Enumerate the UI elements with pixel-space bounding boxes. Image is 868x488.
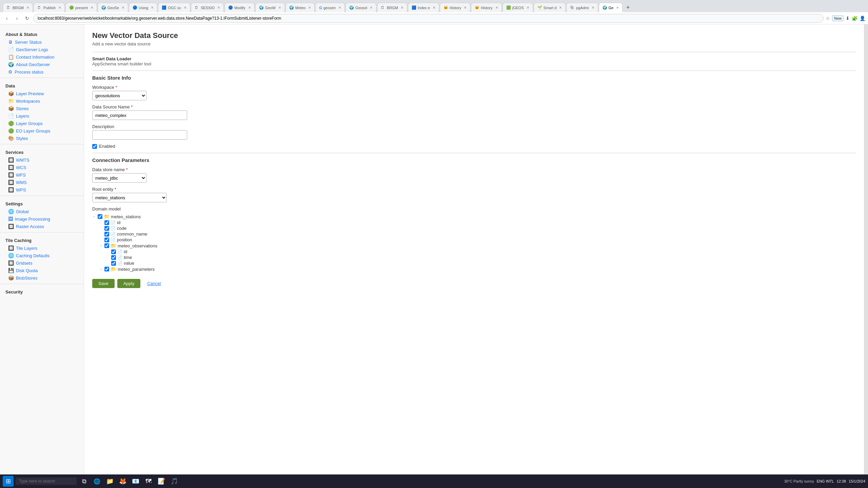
forward-button[interactable]: ›: [13, 14, 21, 22]
new-label: New: [832, 15, 844, 21]
check-meteo-observations[interactable]: [104, 243, 109, 248]
download-icon[interactable]: ⬇: [846, 16, 850, 21]
check-meteo-parameters[interactable]: [104, 267, 109, 271]
toggle-meteo-parameters[interactable]: −: [99, 267, 103, 271]
wms-icon: 🔲: [8, 180, 14, 185]
sidebar-item-raster-access[interactable]: 🔲 Raster Access: [0, 223, 84, 230]
toggle-meteo-observations[interactable]: −: [99, 244, 103, 248]
save-button[interactable]: Save: [92, 279, 115, 288]
toggle-meteo-stations[interactable]: −: [92, 215, 96, 219]
sidebar-item-wps[interactable]: 🔲 WPS: [0, 186, 84, 194]
scrollbar-right[interactable]: [864, 24, 868, 476]
tab-index[interactable]: 🟦Index e✕: [408, 3, 439, 12]
datasource-name-input[interactable]: [92, 110, 187, 120]
check-code[interactable]: [104, 226, 109, 231]
sidebar-item-contact-info[interactable]: 📋 Contact Information: [0, 53, 84, 61]
sidebar-section-data: Data: [0, 80, 84, 90]
sidebar-item-gridsets[interactable]: 🔲 Gridsets: [0, 259, 84, 267]
bookmark-icon[interactable]: ☆: [826, 16, 830, 21]
tree-node-meteo-observations: − 📁 meteo_observations: [99, 243, 856, 249]
server-status-icon: 🖥: [8, 39, 13, 45]
sidebar-item-layer-preview[interactable]: 📦 Layer Preview: [0, 90, 84, 97]
sidebar-item-wfs[interactable]: 🔲 WFS: [0, 171, 84, 179]
source-type-name: Smart Data Loader AppSchema smart builde…: [92, 56, 856, 66]
sidebar-item-server-status[interactable]: 🖥 Server Status: [0, 38, 84, 46]
sidebar-item-workspaces[interactable]: 📁 Workspaces: [0, 97, 84, 105]
tab-geosen[interactable]: Ggeosen✕: [315, 3, 345, 12]
check-obs-time[interactable]: [111, 255, 116, 260]
tab-geose[interactable]: 🌍GeoSe✕: [98, 3, 128, 12]
sidebar-section-services: Services: [0, 146, 84, 156]
check-meteo-stations[interactable]: [98, 214, 102, 219]
tab-ge-active[interactable]: 🌍Ge✕: [599, 3, 623, 12]
tree-node-obs-time: 📄 time: [106, 255, 856, 260]
sidebar-item-about-geoserver[interactable]: 🌍 About GeoServer: [0, 61, 84, 68]
label-common-name: common_name: [117, 231, 147, 237]
extensions-icon[interactable]: 🧩: [852, 16, 857, 21]
basic-store-info-heading: Basic Store Info: [92, 75, 856, 81]
sidebar-item-layer-groups[interactable]: 🟢 Layer Groups: [0, 120, 84, 127]
label-position: position: [117, 237, 132, 242]
tab-using[interactable]: 🔵Using✕: [129, 3, 157, 12]
sidebar-item-disk-quota[interactable]: 💾 Disk Quota: [0, 267, 84, 274]
sidebar-item-process-status[interactable]: ⚙ Process status: [0, 68, 84, 76]
check-obs-value[interactable]: [111, 261, 116, 266]
enabled-checkbox[interactable]: [92, 144, 97, 149]
blobstores-icon: 📦: [8, 275, 14, 281]
sidebar-item-blobstores[interactable]: 📦 BlobStores: [0, 274, 84, 282]
sidebar-section-tile-caching: Tile Caching: [0, 235, 84, 244]
tab-geow[interactable]: 🌍GeoW✕: [255, 3, 285, 12]
tree-node-common-name: 📄 common_name: [99, 231, 856, 237]
sidebar-item-global[interactable]: 🌐 Global: [0, 208, 84, 215]
children-meteo-observations: 📄 id 📄 time: [99, 249, 856, 266]
sidebar-item-image-processing[interactable]: 🖼 Image Processing: [0, 215, 84, 223]
url-bar[interactable]: [33, 14, 824, 23]
tab-brgm-1[interactable]: 🗒BRGM✕: [3, 3, 33, 12]
tab-history-1[interactable]: 🐱History✕: [440, 3, 470, 12]
tab-session[interactable]: 🗒SESSIO✕: [191, 3, 224, 12]
check-id-1[interactable]: [104, 220, 109, 225]
tab-present[interactable]: 🟢present✕: [65, 3, 97, 12]
cancel-button[interactable]: Cancel: [143, 279, 165, 288]
sidebar-item-tile-layers[interactable]: 🔲 Tile Layers: [0, 244, 84, 252]
content-area: New Vector Data Source Add a new vector …: [84, 24, 864, 476]
profile-icon[interactable]: 👤: [860, 16, 865, 21]
sidebar-item-wmts[interactable]: 🔲 WMTS: [0, 156, 84, 164]
sidebar-item-layers[interactable]: 📄 Layers: [0, 112, 84, 120]
apply-button[interactable]: Apply: [117, 279, 141, 288]
tab-jgeos[interactable]: 🟩jGEOS✕: [502, 3, 533, 12]
datastore-name-select[interactable]: meteo_jdbc: [92, 173, 146, 183]
tab-pgadmin[interactable]: 🐘pgAdmi✕: [566, 3, 598, 12]
logs-icon: 📄: [8, 47, 14, 52]
workspace-select[interactable]: geosolutions: [92, 91, 146, 100]
tab-ogc[interactable]: 🟦OGC sc✕: [158, 3, 190, 12]
check-obs-id[interactable]: [111, 249, 116, 254]
form-buttons: Save Apply Cancel: [92, 279, 856, 288]
back-button[interactable]: ‹: [3, 14, 11, 22]
tab-smart[interactable]: 🌱Smart d✕: [534, 3, 566, 12]
workspace-group: Workspace * geosolutions: [92, 85, 856, 100]
wmts-icon: 🔲: [8, 157, 14, 163]
tab-geosol[interactable]: 🌍Geosol✕: [346, 3, 376, 12]
label-meteo-stations: meteo_stations: [111, 214, 141, 219]
sidebar-item-wms[interactable]: 🔲 WMS: [0, 179, 84, 186]
tab-meteo[interactable]: 🌍Meteo✕: [285, 3, 315, 12]
sidebar-item-stores[interactable]: 📦 Stores: [0, 105, 84, 112]
sidebar-item-geoserver-logs[interactable]: 📄 GeoServer Logs: [0, 46, 84, 53]
check-common-name[interactable]: [104, 232, 109, 237]
new-tab-button[interactable]: +: [623, 3, 633, 12]
image-processing-icon: 🖼: [8, 216, 13, 222]
sidebar-item-wcs[interactable]: 🔲 WCS: [0, 164, 84, 171]
check-position[interactable]: [104, 238, 109, 242]
tab-history-2[interactable]: 🐱History✕: [471, 3, 501, 12]
root-entity-select[interactable]: meteo_stations: [92, 193, 167, 202]
tab-publish[interactable]: 🗒Publish✕: [34, 3, 65, 12]
sidebar-item-eo-layer-groups[interactable]: 🟢 EO Layer Groups: [0, 127, 84, 135]
sidebar-item-styles[interactable]: 🎨 Styles: [0, 135, 84, 142]
tab-brgm-2[interactable]: 🗒BRGM✕: [377, 3, 407, 12]
tab-modify[interactable]: 🔵Modify✕: [224, 3, 254, 12]
reload-button[interactable]: ↻: [23, 14, 31, 22]
description-input[interactable]: [92, 130, 187, 140]
sidebar-item-caching-defaults[interactable]: 🌐 Caching Defaults: [0, 252, 84, 259]
address-bar-row: ‹ › ↻ ☆ New ⬇ 🧩 👤: [0, 12, 868, 24]
